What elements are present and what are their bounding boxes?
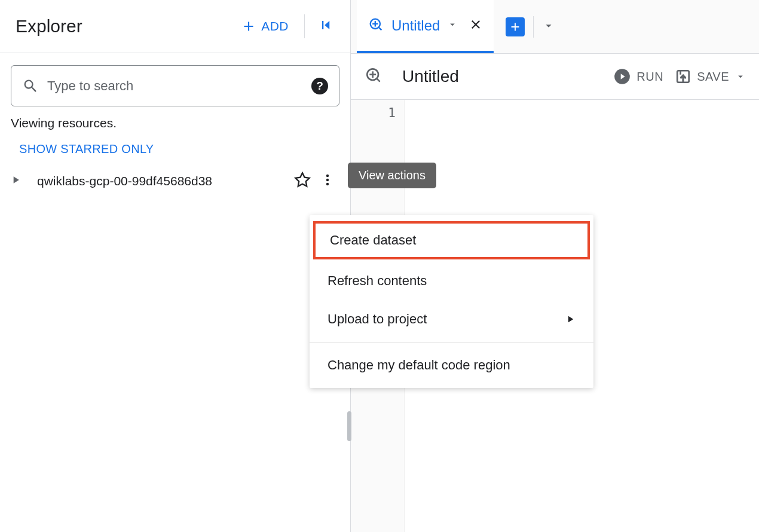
show-starred-link[interactable]: SHOW STARRED ONLY xyxy=(0,134,350,164)
line-number: 1 xyxy=(359,106,396,120)
search-icon xyxy=(22,78,39,94)
menu-item-label: Upload to project xyxy=(328,311,427,327)
expand-toggle[interactable] xyxy=(7,172,24,191)
viewing-resources-text: Viewing resources. xyxy=(0,112,350,134)
collapse-panel-button[interactable] xyxy=(313,12,339,41)
new-tab-button[interactable] xyxy=(506,17,525,36)
menu-upload-to-project[interactable]: Upload to project xyxy=(310,300,593,338)
play-icon xyxy=(614,68,631,85)
scrollbar-thumb[interactable] xyxy=(347,411,351,441)
svg-line-10 xyxy=(377,78,380,81)
project-name: qwiklabs-gcp-00-99df45686d38 xyxy=(37,174,289,188)
plus-icon xyxy=(509,20,522,33)
toolbar: Untitled RUN SAVE xyxy=(351,53,759,100)
tab-overflow[interactable] xyxy=(542,19,555,35)
star-outline-icon xyxy=(294,172,311,188)
add-button[interactable]: ADD xyxy=(234,14,296,39)
save-icon xyxy=(675,69,691,84)
menu-item-label: Refresh contents xyxy=(328,273,427,289)
star-toggle[interactable] xyxy=(289,169,316,193)
explorer-title: Explorer xyxy=(16,16,234,36)
explorer-header: Explorer ADD xyxy=(0,0,350,53)
plus-icon xyxy=(241,19,256,34)
search-box[interactable]: ? xyxy=(11,65,339,106)
tab-dropdown[interactable] xyxy=(447,19,458,32)
tab-close[interactable] xyxy=(465,17,483,34)
collapse-left-icon xyxy=(318,17,335,33)
menu-item-label: Create dataset xyxy=(330,233,416,248)
svg-point-1 xyxy=(326,179,329,181)
add-button-label: ADD xyxy=(261,19,289,33)
svg-line-6 xyxy=(379,27,382,30)
project-row[interactable]: qwiklabs-gcp-00-99df45686d38 xyxy=(0,164,350,198)
svg-point-2 xyxy=(326,183,329,185)
more-actions-button[interactable] xyxy=(316,170,339,192)
query-icon xyxy=(364,66,383,87)
chevron-down-icon xyxy=(542,19,555,32)
tab-bar: Untitled xyxy=(351,0,759,53)
run-button[interactable]: RUN xyxy=(614,68,663,85)
tab-untitled[interactable]: Untitled xyxy=(357,0,494,53)
save-label: SAVE xyxy=(697,70,729,84)
menu-create-dataset[interactable]: Create dataset xyxy=(313,221,590,259)
run-label: RUN xyxy=(636,70,663,84)
menu-change-region[interactable]: Change my default code region xyxy=(310,346,593,384)
save-button[interactable]: SAVE xyxy=(675,69,746,84)
help-icon[interactable]: ? xyxy=(311,78,328,94)
tab-label: Untitled xyxy=(391,17,440,34)
query-icon xyxy=(368,16,384,35)
kebab-icon xyxy=(320,173,335,187)
chevron-right-icon xyxy=(10,174,22,186)
context-menu: Create dataset Refresh contents Upload t… xyxy=(310,215,593,388)
toolbar-title: Untitled xyxy=(402,67,602,86)
divider xyxy=(533,16,534,38)
chevron-down-icon xyxy=(447,19,458,30)
divider xyxy=(304,14,305,38)
menu-refresh-contents[interactable]: Refresh contents xyxy=(310,262,593,300)
explorer-panel: Explorer ADD ? Viewing resources. SHOW S… xyxy=(0,0,351,532)
chevron-right-icon xyxy=(565,314,576,325)
view-actions-tooltip: View actions xyxy=(348,163,436,188)
close-icon xyxy=(469,17,483,32)
menu-item-label: Change my default code region xyxy=(328,357,510,373)
search-input[interactable] xyxy=(47,78,311,94)
chevron-down-icon xyxy=(735,71,746,82)
svg-point-0 xyxy=(326,175,329,177)
